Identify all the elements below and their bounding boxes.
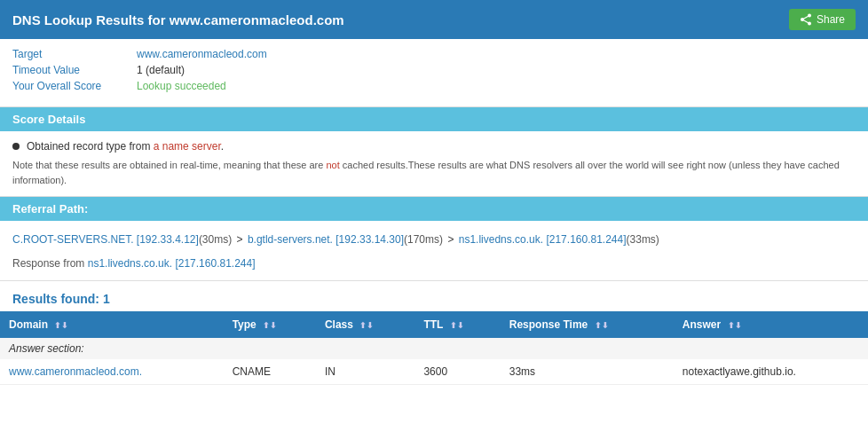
share-label: Share [817, 13, 845, 26]
results-found: Results found: 1 [12, 292, 856, 306]
referral-ms-1: (30ms) [199, 233, 232, 246]
bullet-dot-icon [12, 143, 20, 150]
table-row: www.cameronmacleod.com. CNAME IN 3600 33… [0, 359, 868, 385]
referral-header: Referral Path: [0, 197, 868, 221]
table-header-row: Domain ⬆⬇ Type ⬆⬇ Class ⬆⬇ TTL ⬆⬇ Respon… [0, 311, 868, 338]
referral-ms-3: (33ms) [627, 233, 659, 246]
page-header: DNS Lookup Results for www.cameronmacleo… [0, 0, 868, 39]
target-value: www.cameronmacleod.com [137, 48, 267, 60]
sort-type-icon[interactable]: ⬆⬇ [263, 321, 277, 330]
col-answer: Answer ⬆⬇ [674, 311, 868, 338]
response-from-host: ns1.livedns.co.uk. [217.160.81.244] [88, 257, 256, 270]
referral-ms-2: (170ms) [404, 233, 443, 246]
share-icon [800, 13, 812, 26]
timeout-row: Timeout Value 1 (default) [12, 64, 856, 76]
bullet-prefix: Obtained record type from [27, 140, 154, 153]
sort-domain-icon[interactable]: ⬆⬇ [54, 321, 68, 330]
response-from: Response from ns1.livedns.co.uk. [217.16… [12, 257, 856, 270]
sort-ttl-icon[interactable]: ⬆⬇ [450, 321, 464, 330]
referral-host-1: C.ROOT-SERVERS.NET. [192.33.4.12] [12, 233, 199, 246]
timeout-label: Timeout Value [12, 64, 137, 76]
referral-title: Referral Path: [12, 202, 88, 216]
answer-section-label: Answer section: [0, 338, 868, 359]
bullet-link: a name server [154, 140, 221, 153]
target-row: Target www.cameronmacleod.com [12, 48, 856, 60]
note-text: Note that these results are obtained in … [12, 158, 856, 187]
page-title: DNS Lookup Results for www.cameronmacleo… [12, 12, 344, 27]
col-ttl: TTL ⬆⬇ [414, 311, 500, 338]
svg-line-3 [802, 16, 809, 20]
row-class: IN [316, 359, 415, 385]
bullet-suffix: . [221, 140, 224, 153]
row-domain: www.cameronmacleod.com. [0, 359, 224, 385]
sort-answer-icon[interactable]: ⬆⬇ [728, 321, 742, 330]
referral-host-3: ns1.livedns.co.uk. [217.160.81.244] [459, 233, 627, 246]
score-details-title: Score Details [12, 113, 85, 126]
referral-arrow-2: > [447, 233, 456, 246]
timeout-value: 1 (default) [137, 64, 185, 76]
svg-line-4 [802, 20, 809, 24]
score-row: Your Overall Score Lookup succeeded [12, 80, 856, 92]
row-answer: notexactlyawe.github.io. [674, 359, 868, 385]
row-response-time: 33ms [501, 359, 674, 385]
response-from-prefix: Response from [12, 257, 88, 270]
col-domain: Domain ⬆⬇ [0, 311, 224, 338]
referral-host-2: b.gtld-servers.net. [192.33.14.30] [248, 233, 404, 246]
sort-class-icon[interactable]: ⬆⬇ [359, 321, 374, 330]
score-value: Lookup succeeded [137, 80, 226, 92]
col-class: Class ⬆⬇ [316, 311, 415, 338]
referral-path: C.ROOT-SERVERS.NET. [192.33.4.12](30ms) … [12, 231, 856, 248]
score-details-content: Obtained record type from a name server.… [0, 131, 868, 197]
row-type: CNAME [224, 359, 316, 385]
referral-content: C.ROOT-SERVERS.NET. [192.33.4.12](30ms) … [0, 221, 868, 281]
not-highlight: not [326, 160, 339, 170]
score-details-header: Score Details [0, 107, 868, 131]
score-label: Your Overall Score [12, 80, 137, 92]
col-response-time: Response Time ⬆⬇ [501, 311, 674, 338]
row-ttl: 3600 [414, 359, 500, 385]
target-label: Target [12, 48, 137, 60]
info-section: Target www.cameronmacleod.com Timeout Va… [0, 39, 868, 107]
share-button[interactable]: Share [789, 9, 856, 30]
score-bullet: Obtained record type from a name server. [12, 140, 856, 153]
table-section-label: Answer section: [0, 338, 868, 359]
col-type: Type ⬆⬇ [224, 311, 316, 338]
bullet-text: Obtained record type from a name server. [27, 140, 224, 153]
referral-arrow-1: > [237, 233, 246, 246]
results-table: Domain ⬆⬇ Type ⬆⬇ Class ⬆⬇ TTL ⬆⬇ Respon… [0, 311, 868, 385]
sort-rt-icon[interactable]: ⬆⬇ [595, 321, 609, 330]
